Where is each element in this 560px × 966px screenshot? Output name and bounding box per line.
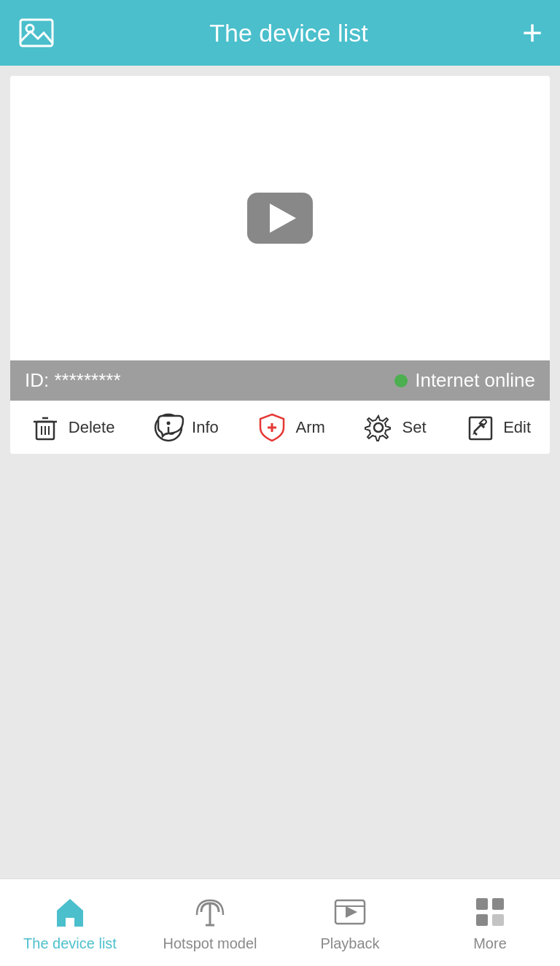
svg-point-13 [167,422,171,425]
svg-rect-31 [476,914,488,926]
device-card: ID: ********* Internet online [10,76,550,454]
shield-icon [256,411,288,444]
info-icon [152,411,184,444]
delete-action[interactable]: Delete [29,411,115,444]
nav-hotspot[interactable]: Hotspot model [140,893,280,952]
online-dot [394,374,408,387]
info-action[interactable]: Info [152,411,219,444]
settings-icon [362,411,394,444]
svg-point-17 [374,423,383,432]
trash-icon [29,411,61,444]
svg-rect-0 [20,20,52,46]
action-bar: Delete Info [10,401,550,454]
nav-device-list[interactable]: The device list [0,893,140,952]
header-image-icon[interactable] [18,14,55,52]
bottom-nav: The device list Hotspot model Playback [0,878,560,966]
device-status-bar: ID: ********* Internet online [10,360,550,401]
video-preview[interactable] [10,76,550,360]
home-icon [51,893,89,931]
main-content: ID: ********* Internet online [0,66,560,878]
page-title: The device list [55,19,522,47]
svg-rect-18 [470,417,491,439]
arm-label: Arm [295,418,324,437]
playback-icon [331,893,369,931]
online-text: Internet online [415,369,535,392]
arm-action[interactable]: Arm [256,411,324,444]
svg-marker-27 [346,906,357,918]
nav-device-list-label: The device list [23,935,117,952]
svg-rect-30 [492,898,504,910]
svg-rect-32 [492,914,504,926]
hotspot-icon [191,893,229,931]
add-device-button[interactable]: + [522,15,542,50]
edit-label: Edit [503,418,531,437]
device-id: ID: ********* [25,369,121,392]
set-label: Set [402,418,426,437]
header: The device list + [0,0,560,66]
play-triangle-icon [270,204,296,233]
edit-icon [464,411,496,444]
svg-rect-29 [476,898,488,910]
nav-playback[interactable]: Playback [280,893,420,952]
play-button[interactable] [247,193,313,244]
nav-more[interactable]: More [420,893,560,952]
set-action[interactable]: Set [362,411,426,444]
nav-playback-label: Playback [320,935,379,952]
nav-more-label: More [473,935,507,952]
device-online-status: Internet online [394,369,535,392]
nav-hotspot-label: Hotspot model [163,935,257,952]
delete-label: Delete [69,418,115,437]
more-icon [471,893,509,931]
edit-action[interactable]: Edit [464,411,531,444]
info-label: Info [192,418,219,437]
